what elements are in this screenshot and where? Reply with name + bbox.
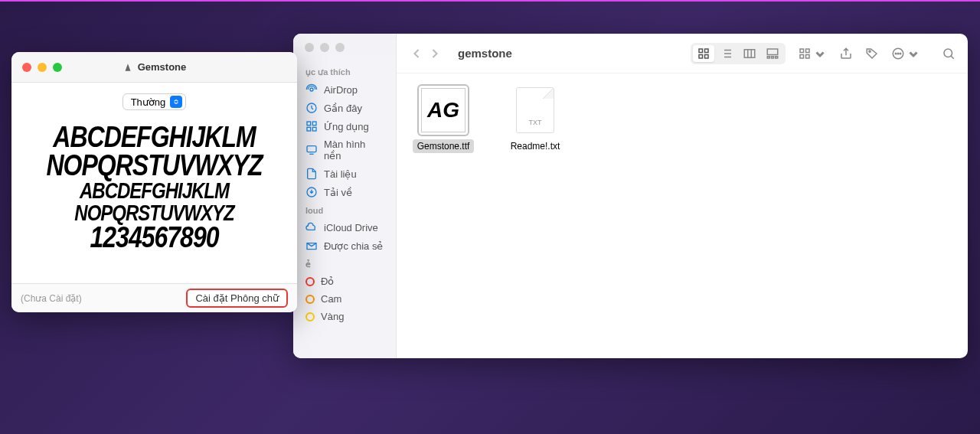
sidebar-item-label: Cam	[321, 293, 341, 305]
finder-main: gemstone	[397, 34, 968, 358]
sidebar-item-icloud-drive[interactable]: iCloud Drive	[293, 218, 396, 237]
search-icon[interactable]	[942, 47, 956, 60]
chevron-down-icon	[813, 47, 827, 60]
sidebar-section-icloud: loud	[293, 201, 396, 218]
sidebar-item-label: Được chia sẻ	[324, 240, 383, 252]
tag-dot-icon	[305, 295, 315, 304]
view-columns-button[interactable]	[739, 45, 760, 62]
more-button[interactable]	[891, 47, 920, 60]
svg-point-25	[900, 53, 901, 54]
svg-rect-4	[307, 127, 311, 131]
svg-rect-18	[806, 49, 810, 53]
finder-toolbar: gemstone	[397, 34, 968, 73]
svg-point-0	[310, 88, 313, 91]
preview-line: 1234567890	[46, 222, 262, 254]
nav-buttons	[409, 46, 443, 61]
svg-rect-19	[800, 54, 804, 58]
document-icon	[305, 168, 318, 180]
svg-point-23	[895, 53, 897, 54]
sidebar-tag-orange[interactable]: Cam	[293, 290, 396, 308]
sidebar-tag-yellow[interactable]: Vàng	[293, 308, 396, 325]
tag-dot-icon	[305, 277, 315, 286]
view-mode-group	[691, 43, 786, 64]
svg-rect-17	[800, 49, 804, 53]
file-name: Gemstone.ttf	[413, 139, 475, 153]
finder-content: AG Gemstone.ttf TXT Readme!.txt	[397, 73, 968, 358]
svg-rect-5	[312, 127, 316, 131]
maximize-button[interactable]	[335, 43, 345, 52]
file-item[interactable]: AG Gemstone.ttf	[409, 86, 478, 153]
cloud-icon	[305, 221, 318, 233]
tag-icon[interactable]	[865, 47, 879, 60]
font-app-icon	[122, 62, 133, 73]
sidebar-item-label: Tải về	[324, 187, 352, 198]
svg-rect-3	[312, 122, 316, 126]
svg-rect-8	[699, 49, 703, 53]
desktop-icon	[305, 144, 318, 156]
font-file-icon: AG	[419, 86, 468, 135]
svg-rect-10	[699, 54, 703, 58]
columns-icon	[743, 47, 756, 60]
sidebar-item-label: Màn hình nền	[324, 139, 384, 162]
view-icons-button[interactable]	[693, 45, 714, 62]
select-chevron-icon	[170, 96, 182, 108]
grid-icon	[697, 47, 710, 60]
sidebar-item-label: Vàng	[321, 311, 344, 322]
view-gallery-button[interactable]	[762, 45, 783, 62]
download-icon	[305, 186, 318, 198]
fontbook-window: Gemstone Thường ABCDEFGHIJKLM NOPQRSTUVW…	[11, 52, 297, 312]
minimize-button[interactable]	[320, 43, 329, 52]
sidebar-item-downloads[interactable]: Tải về	[293, 183, 396, 201]
svg-rect-14	[767, 56, 769, 57]
more-icon	[891, 47, 905, 60]
close-button[interactable]	[305, 43, 314, 52]
install-status: (Chưa Cài đặt)	[21, 293, 82, 304]
finder-window: ục ưa thích AirDrop Gần đây Ứng dụng Màn…	[293, 34, 968, 358]
sidebar-item-label: iCloud Drive	[324, 222, 378, 233]
txt-icon: TXT	[516, 87, 554, 133]
svg-point-26	[944, 49, 952, 57]
svg-rect-20	[806, 54, 810, 58]
airdrop-icon	[305, 83, 318, 96]
txt-file-icon: TXT	[511, 86, 560, 135]
svg-rect-12	[744, 49, 755, 57]
file-name: Readme!.txt	[506, 139, 565, 153]
sidebar-item-recents[interactable]: Gần đây	[293, 99, 396, 117]
toolbar-tools	[691, 43, 956, 64]
sidebar-item-applications[interactable]: Ứng dụng	[293, 117, 396, 135]
svg-rect-11	[705, 54, 709, 58]
apps-icon	[305, 120, 318, 132]
install-font-button[interactable]: Cài đặt Phông chữ	[186, 289, 288, 308]
svg-point-24	[897, 53, 899, 54]
group-button[interactable]	[798, 47, 827, 60]
sidebar-item-desktop[interactable]: Màn hình nền	[293, 135, 396, 165]
share-icon[interactable]	[839, 47, 853, 60]
sidebar-item-documents[interactable]: Tài liệu	[293, 165, 396, 183]
sidebar-item-shared[interactable]: Được chia sẻ	[293, 237, 396, 255]
font-glyph-icon: AG	[421, 88, 466, 132]
svg-rect-2	[307, 122, 311, 126]
finder-sidebar: ục ưa thích AirDrop Gần đây Ứng dụng Màn…	[293, 34, 397, 358]
sidebar-section-tags: ẻ	[293, 255, 396, 272]
sidebar-item-label: Tài liệu	[324, 168, 357, 180]
view-list-button[interactable]	[716, 45, 737, 62]
style-selected-label: Thường	[131, 96, 166, 108]
fontbook-titlebar: Gemstone	[11, 52, 297, 83]
svg-rect-13	[767, 49, 778, 55]
file-item[interactable]: TXT Readme!.txt	[501, 86, 570, 153]
svg-rect-16	[776, 56, 778, 57]
forward-icon[interactable]	[427, 46, 443, 61]
gallery-icon	[766, 47, 779, 60]
title-text: Gemstone	[138, 61, 187, 73]
style-select[interactable]: Thường	[122, 93, 187, 110]
sidebar-item-label: Gần đây	[324, 103, 362, 114]
sidebar-item-airdrop[interactable]: AirDrop	[293, 80, 396, 99]
svg-rect-9	[705, 49, 709, 53]
sidebar-section-favorites: ục ưa thích	[293, 63, 396, 80]
back-icon[interactable]	[409, 46, 424, 61]
sidebar-item-label: Đỏ	[321, 276, 334, 287]
list-icon	[720, 47, 733, 60]
group-icon	[798, 47, 812, 60]
sidebar-tag-red[interactable]: Đỏ	[293, 272, 396, 290]
clock-icon	[305, 102, 318, 114]
